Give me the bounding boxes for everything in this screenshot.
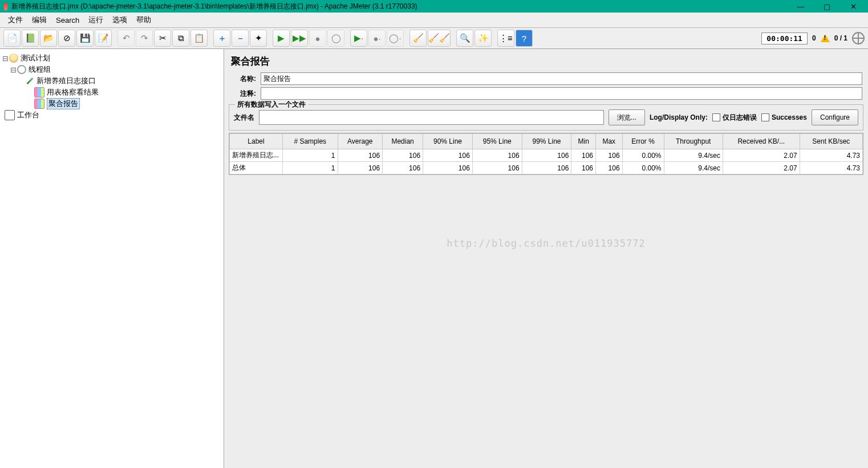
errors-only-checkbox[interactable]: 仅日志错误	[712, 113, 757, 123]
configure-button[interactable]: Configure	[812, 109, 858, 125]
redo-button[interactable]: ↷	[136, 30, 153, 47]
open-button[interactable]: 📂	[40, 30, 57, 47]
warning-icon	[821, 34, 830, 42]
col-label[interactable]: Label	[230, 134, 283, 149]
panel-title: 聚合报告	[224, 49, 868, 71]
search-button[interactable]: 🔍	[456, 30, 473, 47]
start-button[interactable]: ▶	[273, 30, 290, 47]
close-button-tb[interactable]: ⊘	[58, 30, 75, 47]
toolbar: 📄 📗 📂 ⊘ 💾 📝 ↶ ↷ ✂ ⧉ 📋 ＋ － ✦ ▶ ▶▶ ● ◯ ▶· …	[0, 28, 868, 49]
col-error[interactable]: Error %	[622, 134, 664, 149]
clear-button[interactable]: 🧹	[409, 30, 427, 47]
test-plan-tree[interactable]: ⊟ 测试计划 ⊟ 线程组 新增养殖日志接口 用表格察看结果 聚合报告 工作台	[0, 49, 224, 468]
col-sent[interactable]: Sent KB/sec	[800, 134, 862, 149]
save-as-button[interactable]: 📝	[95, 30, 112, 47]
test-plan-icon	[9, 54, 18, 63]
col-samples[interactable]: # Samples	[283, 134, 338, 149]
listener-icon	[34, 87, 44, 97]
thread-count: 0 / 1	[834, 34, 847, 42]
aggregate-report-panel: 聚合报告 名称: 注释: 所有数据写入一个文件 文件名 浏览... Log/Di…	[224, 49, 868, 468]
col-max[interactable]: Max	[596, 134, 623, 149]
warning-count: 0	[812, 34, 816, 42]
window-titlebar: 新增养殖日志接口.jmx (D:\apache-jmeter-3.1\apach…	[0, 0, 868, 13]
undo-button[interactable]: ↶	[117, 30, 135, 47]
maximize-button[interactable]: ▢	[819, 2, 835, 11]
start-remote-button[interactable]: ▶·	[350, 30, 367, 47]
menu-options[interactable]: 选项	[109, 14, 131, 26]
network-icon	[852, 32, 865, 44]
comment-input[interactable]	[261, 87, 862, 100]
tree-node-aggregate-report[interactable]: 聚合报告	[2, 98, 221, 109]
name-label: 名称:	[230, 74, 256, 84]
col-median[interactable]: Median	[383, 134, 423, 149]
app-icon	[3, 2, 8, 10]
collapse-button[interactable]: －	[232, 30, 249, 47]
col-average[interactable]: Average	[338, 134, 383, 149]
table-row[interactable]: 总体11061061061061061061060.00%9.4/sec2.07…	[230, 162, 863, 174]
results-table[interactable]: Label # Samples Average Median 90% Line …	[229, 133, 863, 175]
tree-node-threadgroup[interactable]: ⊟ 线程组	[2, 64, 221, 75]
write-results-group: 所有数据写入一个文件 文件名 浏览... Log/Display Only: 仅…	[229, 104, 863, 131]
table-row[interactable]: 新增养殖日志...11061061061061061061060.00%9.4/…	[230, 149, 863, 162]
save-button[interactable]: 💾	[76, 30, 94, 47]
write-results-legend: 所有数据写入一个文件	[235, 100, 308, 109]
thread-group-icon	[17, 65, 26, 74]
paste-button[interactable]: 📋	[190, 30, 208, 47]
templates-button[interactable]: 📗	[22, 30, 39, 47]
col-p99[interactable]: 99% Line	[522, 134, 571, 149]
clear-all-button[interactable]: 🧹🧹	[428, 30, 451, 47]
tree-node-table-listener[interactable]: 用表格察看结果	[2, 87, 221, 98]
menu-search[interactable]: Search	[52, 15, 83, 26]
close-button[interactable]: ✕	[845, 2, 861, 11]
toggle-button[interactable]: ✦	[250, 30, 267, 47]
start-no-pause-button[interactable]: ▶▶	[291, 30, 308, 47]
menu-run[interactable]: 运行	[85, 14, 107, 26]
minimize-button[interactable]: —	[793, 2, 809, 11]
new-button[interactable]: 📄	[3, 30, 21, 47]
sampler-icon	[25, 76, 34, 86]
tree-node-testplan[interactable]: ⊟ 测试计划	[2, 52, 221, 64]
log-display-only-label: Log/Display Only:	[650, 113, 708, 121]
col-p95[interactable]: 95% Line	[472, 134, 522, 149]
name-input[interactable]	[261, 72, 862, 85]
listener-icon	[34, 99, 44, 109]
col-p90[interactable]: 90% Line	[423, 134, 473, 149]
shutdown-remote-button[interactable]: ◯·	[387, 30, 404, 47]
filename-input[interactable]	[259, 110, 604, 125]
shutdown-button[interactable]: ◯	[327, 30, 344, 47]
col-received[interactable]: Received KB/...	[723, 134, 800, 149]
tree-node-sampler[interactable]: 新增养殖日志接口	[2, 75, 221, 87]
function-helper-button[interactable]: ⋮≡	[497, 30, 514, 47]
col-min[interactable]: Min	[571, 134, 596, 149]
table-header-row: Label # Samples Average Median 90% Line …	[230, 134, 863, 149]
filename-label: 文件名	[234, 113, 254, 123]
menu-bar: 文件 编辑 Search 运行 选项 帮助	[0, 13, 868, 28]
expand-button[interactable]: ＋	[213, 30, 230, 47]
reset-search-button[interactable]: ✨	[474, 30, 492, 47]
copy-button[interactable]: ⧉	[172, 30, 189, 47]
workbench-icon	[5, 110, 15, 120]
successes-checkbox[interactable]: Successes	[761, 113, 807, 121]
menu-help[interactable]: 帮助	[133, 14, 155, 26]
menu-file[interactable]: 文件	[5, 14, 26, 26]
help-button[interactable]: ?	[516, 30, 533, 47]
stop-button[interactable]: ●	[309, 30, 326, 47]
tree-node-workbench[interactable]: 工作台	[2, 109, 221, 121]
comment-label: 注释:	[230, 89, 256, 99]
menu-edit[interactable]: 编辑	[29, 14, 50, 26]
window-title: 新增养殖日志接口.jmx (D:\apache-jmeter-3.1\apach…	[11, 2, 417, 11]
cut-button[interactable]: ✂	[154, 30, 171, 47]
col-throughput[interactable]: Throughput	[664, 134, 723, 149]
watermark-text: http://blog.csdn.net/u011935772	[224, 175, 868, 468]
stop-remote-button[interactable]: ●·	[368, 30, 386, 47]
browse-button[interactable]: 浏览...	[609, 109, 645, 125]
timer-display: 00:00:11	[761, 32, 808, 44]
